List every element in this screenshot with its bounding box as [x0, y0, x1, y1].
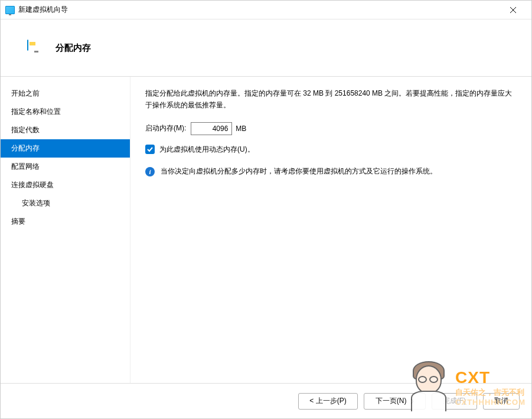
check-icon [146, 146, 154, 153]
sidebar-step-3[interactable]: 分配内存 [1, 139, 130, 158]
close-icon [510, 7, 516, 13]
sidebar-step-0[interactable]: 开始之前 [1, 84, 130, 103]
memory-row: 启动内存(M): MB [145, 122, 517, 135]
memory-input[interactable] [191, 122, 232, 135]
previous-button[interactable]: < 上一步(P) [298, 393, 357, 410]
sidebar-step-6[interactable]: 安装选项 [1, 194, 130, 212]
dynamic-memory-row: 为此虚拟机使用动态内存(U)。 [145, 145, 517, 155]
dynamic-memory-label: 为此虚拟机使用动态内存(U)。 [159, 145, 254, 155]
page-title: 分配内存 [56, 42, 91, 54]
cancel-button[interactable]: 取消 [483, 393, 520, 410]
main-content: 开始之前指定名称和位置指定代数分配内存配置网络连接虚拟硬盘安装选项摘要 指定分配… [1, 77, 531, 383]
wizard-footer: < 上一步(P) 下一页(N) 完成(F) 取消 [1, 383, 531, 418]
info-icon: i [145, 167, 155, 176]
sidebar-step-2[interactable]: 指定代数 [1, 121, 130, 139]
monitor-icon [27, 40, 45, 55]
wizard-header: 分配内存 [1, 19, 531, 77]
next-button[interactable]: 下一页(N) [364, 393, 426, 410]
chevron-right-icon [410, 399, 414, 404]
info-row: i 当你决定向虚拟机分配多少内存时，请考虑你要使用虚拟机的方式及它运行的操作系统… [145, 166, 517, 176]
info-text: 当你决定向虚拟机分配多少内存时，请考虑你要使用虚拟机的方式及它运行的操作系统。 [161, 166, 437, 176]
wizard-steps-sidebar: 开始之前指定名称和位置指定代数分配内存配置网络连接虚拟硬盘安装选项摘要 [1, 77, 130, 383]
app-icon [5, 5, 15, 15]
next-button-label: 下一页(N) [376, 396, 407, 406]
sidebar-step-4[interactable]: 配置网络 [1, 158, 130, 176]
window-title: 新建虚拟机向导 [18, 5, 68, 15]
dynamic-memory-checkbox[interactable] [145, 145, 155, 154]
sidebar-step-5[interactable]: 连接虚拟硬盘 [1, 176, 130, 194]
titlebar: 新建虚拟机向导 [1, 1, 531, 19]
sidebar-step-7[interactable]: 摘要 [1, 212, 130, 231]
description-text: 指定分配给此虚拟机的内存量。指定的内存量可在 32 MB 到 251658240… [145, 87, 517, 112]
sidebar-step-1[interactable]: 指定名称和位置 [1, 103, 130, 121]
content-area: 指定分配给此虚拟机的内存量。指定的内存量可在 32 MB 到 251658240… [130, 77, 531, 383]
close-button[interactable] [500, 1, 527, 19]
finish-button[interactable]: 完成(F) [432, 393, 477, 410]
memory-label: 启动内存(M): [145, 123, 186, 133]
memory-unit: MB [236, 125, 246, 133]
